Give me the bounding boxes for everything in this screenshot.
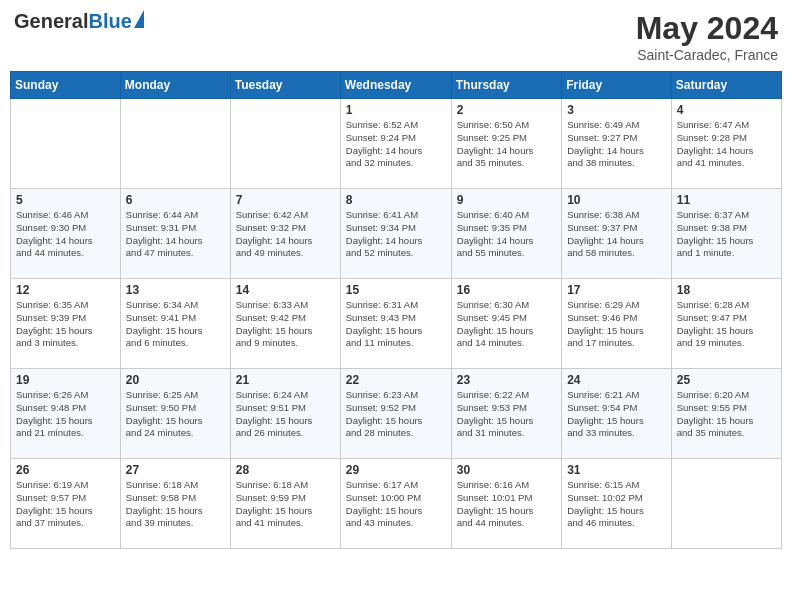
day-number: 21 [236,373,335,387]
calendar-cell: 6Sunrise: 6:44 AM Sunset: 9:31 PM Daylig… [120,189,230,279]
day-info: Sunrise: 6:31 AM Sunset: 9:43 PM Dayligh… [346,299,446,350]
day-number: 9 [457,193,556,207]
calendar-week-row: 19Sunrise: 6:26 AM Sunset: 9:48 PM Dayli… [11,369,782,459]
day-number: 27 [126,463,225,477]
day-info: Sunrise: 6:44 AM Sunset: 9:31 PM Dayligh… [126,209,225,260]
calendar-cell: 21Sunrise: 6:24 AM Sunset: 9:51 PM Dayli… [230,369,340,459]
calendar-cell: 26Sunrise: 6:19 AM Sunset: 9:57 PM Dayli… [11,459,121,549]
calendar-cell: 3Sunrise: 6:49 AM Sunset: 9:27 PM Daylig… [562,99,672,189]
day-number: 14 [236,283,335,297]
day-number: 12 [16,283,115,297]
calendar-cell: 7Sunrise: 6:42 AM Sunset: 9:32 PM Daylig… [230,189,340,279]
calendar-header-sunday: Sunday [11,72,121,99]
day-info: Sunrise: 6:52 AM Sunset: 9:24 PM Dayligh… [346,119,446,170]
month-title: May 2024 [636,10,778,47]
day-number: 30 [457,463,556,477]
day-number: 19 [16,373,115,387]
day-number: 1 [346,103,446,117]
title-block: May 2024 Saint-Caradec, France [636,10,778,63]
calendar-cell: 11Sunrise: 6:37 AM Sunset: 9:38 PM Dayli… [671,189,781,279]
day-number: 29 [346,463,446,477]
calendar-cell: 31Sunrise: 6:15 AM Sunset: 10:02 PM Dayl… [562,459,672,549]
calendar-cell [671,459,781,549]
day-number: 31 [567,463,666,477]
day-info: Sunrise: 6:35 AM Sunset: 9:39 PM Dayligh… [16,299,115,350]
day-number: 5 [16,193,115,207]
day-info: Sunrise: 6:33 AM Sunset: 9:42 PM Dayligh… [236,299,335,350]
day-info: Sunrise: 6:46 AM Sunset: 9:30 PM Dayligh… [16,209,115,260]
calendar-cell: 20Sunrise: 6:25 AM Sunset: 9:50 PM Dayli… [120,369,230,459]
day-info: Sunrise: 6:15 AM Sunset: 10:02 PM Daylig… [567,479,666,530]
day-info: Sunrise: 6:37 AM Sunset: 9:38 PM Dayligh… [677,209,776,260]
calendar-cell: 9Sunrise: 6:40 AM Sunset: 9:35 PM Daylig… [451,189,561,279]
day-number: 28 [236,463,335,477]
calendar-cell: 12Sunrise: 6:35 AM Sunset: 9:39 PM Dayli… [11,279,121,369]
day-info: Sunrise: 6:23 AM Sunset: 9:52 PM Dayligh… [346,389,446,440]
calendar-cell: 17Sunrise: 6:29 AM Sunset: 9:46 PM Dayli… [562,279,672,369]
day-info: Sunrise: 6:16 AM Sunset: 10:01 PM Daylig… [457,479,556,530]
day-info: Sunrise: 6:40 AM Sunset: 9:35 PM Dayligh… [457,209,556,260]
calendar-cell: 4Sunrise: 6:47 AM Sunset: 9:28 PM Daylig… [671,99,781,189]
day-number: 24 [567,373,666,387]
calendar-cell: 28Sunrise: 6:18 AM Sunset: 9:59 PM Dayli… [230,459,340,549]
calendar-cell: 24Sunrise: 6:21 AM Sunset: 9:54 PM Dayli… [562,369,672,459]
day-info: Sunrise: 6:19 AM Sunset: 9:57 PM Dayligh… [16,479,115,530]
calendar-cell: 30Sunrise: 6:16 AM Sunset: 10:01 PM Dayl… [451,459,561,549]
calendar-header-thursday: Thursday [451,72,561,99]
calendar-week-row: 1Sunrise: 6:52 AM Sunset: 9:24 PM Daylig… [11,99,782,189]
calendar-cell: 13Sunrise: 6:34 AM Sunset: 9:41 PM Dayli… [120,279,230,369]
calendar-cell [120,99,230,189]
day-info: Sunrise: 6:21 AM Sunset: 9:54 PM Dayligh… [567,389,666,440]
calendar-cell: 14Sunrise: 6:33 AM Sunset: 9:42 PM Dayli… [230,279,340,369]
day-info: Sunrise: 6:25 AM Sunset: 9:50 PM Dayligh… [126,389,225,440]
day-number: 22 [346,373,446,387]
calendar-cell: 27Sunrise: 6:18 AM Sunset: 9:58 PM Dayli… [120,459,230,549]
day-info: Sunrise: 6:47 AM Sunset: 9:28 PM Dayligh… [677,119,776,170]
day-number: 11 [677,193,776,207]
calendar-header-wednesday: Wednesday [340,72,451,99]
day-number: 18 [677,283,776,297]
calendar-cell [230,99,340,189]
calendar-week-row: 5Sunrise: 6:46 AM Sunset: 9:30 PM Daylig… [11,189,782,279]
day-info: Sunrise: 6:50 AM Sunset: 9:25 PM Dayligh… [457,119,556,170]
calendar-cell [11,99,121,189]
logo-triangle-icon [134,10,144,28]
calendar-cell: 1Sunrise: 6:52 AM Sunset: 9:24 PM Daylig… [340,99,451,189]
day-info: Sunrise: 6:28 AM Sunset: 9:47 PM Dayligh… [677,299,776,350]
calendar-header-saturday: Saturday [671,72,781,99]
location-title: Saint-Caradec, France [636,47,778,63]
day-number: 8 [346,193,446,207]
logo: GeneralBlue [14,10,144,32]
calendar-cell: 22Sunrise: 6:23 AM Sunset: 9:52 PM Dayli… [340,369,451,459]
day-info: Sunrise: 6:49 AM Sunset: 9:27 PM Dayligh… [567,119,666,170]
calendar-week-row: 26Sunrise: 6:19 AM Sunset: 9:57 PM Dayli… [11,459,782,549]
day-info: Sunrise: 6:34 AM Sunset: 9:41 PM Dayligh… [126,299,225,350]
day-info: Sunrise: 6:42 AM Sunset: 9:32 PM Dayligh… [236,209,335,260]
day-info: Sunrise: 6:22 AM Sunset: 9:53 PM Dayligh… [457,389,556,440]
day-number: 17 [567,283,666,297]
day-number: 16 [457,283,556,297]
calendar-header-monday: Monday [120,72,230,99]
calendar-cell: 8Sunrise: 6:41 AM Sunset: 9:34 PM Daylig… [340,189,451,279]
day-info: Sunrise: 6:20 AM Sunset: 9:55 PM Dayligh… [677,389,776,440]
calendar-header-tuesday: Tuesday [230,72,340,99]
calendar-cell: 29Sunrise: 6:17 AM Sunset: 10:00 PM Dayl… [340,459,451,549]
day-number: 6 [126,193,225,207]
calendar-cell: 25Sunrise: 6:20 AM Sunset: 9:55 PM Dayli… [671,369,781,459]
day-number: 3 [567,103,666,117]
day-info: Sunrise: 6:17 AM Sunset: 10:00 PM Daylig… [346,479,446,530]
day-info: Sunrise: 6:41 AM Sunset: 9:34 PM Dayligh… [346,209,446,260]
calendar-table: SundayMondayTuesdayWednesdayThursdayFrid… [10,71,782,549]
day-number: 23 [457,373,556,387]
day-info: Sunrise: 6:30 AM Sunset: 9:45 PM Dayligh… [457,299,556,350]
day-number: 13 [126,283,225,297]
day-number: 10 [567,193,666,207]
calendar-cell: 10Sunrise: 6:38 AM Sunset: 9:37 PM Dayli… [562,189,672,279]
calendar-cell: 19Sunrise: 6:26 AM Sunset: 9:48 PM Dayli… [11,369,121,459]
day-number: 25 [677,373,776,387]
day-number: 15 [346,283,446,297]
calendar-cell: 2Sunrise: 6:50 AM Sunset: 9:25 PM Daylig… [451,99,561,189]
calendar-cell: 23Sunrise: 6:22 AM Sunset: 9:53 PM Dayli… [451,369,561,459]
day-info: Sunrise: 6:18 AM Sunset: 9:58 PM Dayligh… [126,479,225,530]
calendar-week-row: 12Sunrise: 6:35 AM Sunset: 9:39 PM Dayli… [11,279,782,369]
